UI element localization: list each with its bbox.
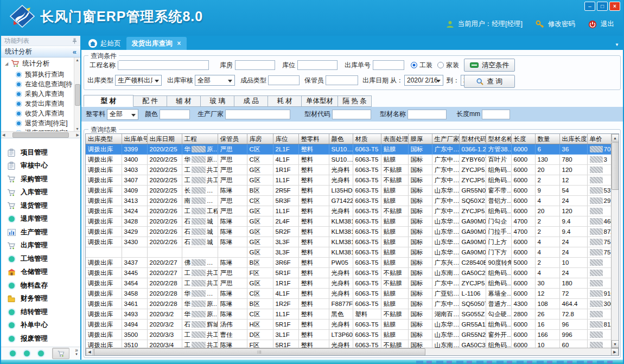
order-no-input[interactable] — [373, 60, 404, 70]
module-dot-icon[interactable] — [24, 350, 30, 356]
scrollbar-thumb[interactable] — [612, 142, 619, 190]
tree-root-node[interactable]: ◢ 统计分析 — [1, 58, 80, 69]
color-input[interactable] — [160, 110, 190, 119]
table-row[interactable]: 调拨出库34942020/3/2石辉城汤伟H区5R1F整料光身料6063-T5贴… — [86, 320, 619, 330]
material-tab-5[interactable]: 成 品 — [234, 95, 268, 107]
tree-expander-icon[interactable]: ◢ — [5, 61, 8, 66]
sidebar-item-13[interactable]: 结转管理 — [1, 305, 80, 319]
radio-gongzhuang[interactable]: 工装 — [411, 61, 432, 70]
scrollbar-thumb[interactable] — [94, 348, 425, 356]
module-dot-icon[interactable] — [38, 350, 44, 356]
module-dot-icon[interactable] — [10, 350, 16, 356]
profile-name-input[interactable] — [407, 110, 447, 119]
profile-code-input[interactable] — [332, 110, 371, 119]
column-header[interactable]: 长度 — [511, 134, 535, 144]
collapse-icon[interactable]: « — [73, 48, 77, 56]
tree-item[interactable]: 收货入库查询 — [1, 108, 80, 118]
column-header[interactable]: 整零料 — [298, 134, 329, 144]
table-row[interactable]: G区3L3F整料KLM38176063-T5贴膜国标山东华…GA90M09.门下… — [86, 247, 619, 258]
material-tab-1[interactable]: 型 材 — [84, 95, 133, 107]
maximize-button[interactable]: □ — [597, 2, 608, 11]
project-name-input[interactable] — [118, 60, 209, 70]
column-header[interactable]: 颜色 — [329, 134, 353, 144]
sidebar-item-11[interactable]: 物料盘存 — [1, 279, 80, 292]
sidebar-overflow-chevron[interactable]: »▼ — [75, 348, 78, 356]
table-row[interactable]: 调拨出库34032020/2/25工共工程严思G区1R1F整料光身料6063-T… — [86, 165, 619, 175]
sidebar-item-3[interactable]: 采购管理 — [1, 173, 80, 186]
out-type-select[interactable]: 生产领料出库 — [115, 75, 162, 86]
sidebar-item-4[interactable]: 入库管理 — [1, 186, 80, 200]
column-header[interactable]: 生产厂家 — [432, 134, 459, 144]
grid-vertical-scrollbar[interactable]: ▲ ▼ — [611, 134, 619, 348]
sidebar-item-15[interactable]: 报废管理 — [1, 332, 80, 346]
table-row[interactable]: 调拨出库34132020/2/26南…严思C区5R3F整料G714226063-… — [86, 196, 619, 206]
column-header[interactable]: 出库长度 — [559, 134, 587, 144]
scroll-right-icon[interactable]: ▶ — [611, 348, 619, 356]
radio-jiazhuang[interactable]: 家装 — [437, 61, 459, 70]
grid-horizontal-scrollbar[interactable]: ◀ ▶ — [86, 348, 619, 355]
column-header[interactable]: 型材代码 — [459, 134, 486, 144]
sidebar-item-1[interactable]: 项目管理 — [1, 146, 80, 159]
table-row[interactable]: 调拨出库34542020/2/28工共工程严思G区1R1F整料光身料6063-T… — [86, 278, 619, 289]
zhenglingliao-select[interactable]: 全部 — [107, 109, 138, 120]
clear-conditions-button[interactable]: 清空条件 — [464, 59, 515, 72]
sidebar-item-5[interactable]: 退货管理 — [1, 199, 80, 213]
column-header[interactable]: 库房 — [247, 134, 273, 144]
manufacturer-input[interactable] — [225, 110, 290, 119]
location-input[interactable] — [297, 60, 338, 70]
tree-item[interactable]: 采购入库查询 — [1, 89, 80, 99]
column-header[interactable]: 出库单号 — [122, 134, 147, 144]
close-button[interactable]: × — [609, 2, 620, 11]
audit-select[interactable]: 全部 — [195, 75, 235, 86]
material-tab-7[interactable]: 单体型材 — [302, 95, 338, 107]
table-row[interactable]: 调拨出库34932020/3/2华原…陈琳C区1L1F整料黑色塑料不贴膜国标湖南… — [86, 309, 619, 320]
product-type-input[interactable] — [268, 75, 300, 85]
table-row[interactable]: 调拨出库33992020/2/25华原…严思C区2L1F整料SU10…6063-… — [86, 144, 619, 155]
length-input[interactable] — [482, 110, 510, 119]
material-tab-3[interactable]: 辅 材 — [167, 95, 201, 107]
column-header[interactable]: 出库类型 — [86, 134, 122, 144]
table-row[interactable]: 调拨出库34002020/2/25华原…严思C区4L1F整料SU10…6063-… — [86, 155, 619, 165]
column-header[interactable]: 数量 — [535, 134, 559, 144]
tab-close-icon[interactable]: × — [177, 40, 181, 47]
table-row[interactable]: 调拨出库34372020/2/27佛…陈琳B区3R6F整料PW056063-T5… — [86, 258, 619, 268]
table-row[interactable]: 调拨出库34092020/2/25长…陈琳B区2R5F整料LI35HD6063-… — [86, 186, 619, 196]
sidebar-section-header[interactable]: 统计分析 « — [1, 46, 80, 58]
table-row[interactable]: 调拨出库34452020/2/27工共工程严思F区5R1F整料光身料6063-T… — [86, 268, 619, 278]
material-tab-8[interactable]: 隔 热 条 — [338, 95, 372, 107]
tree-item[interactable]: 退货查询[待定] — [1, 118, 80, 128]
column-header[interactable]: 单价 — [587, 134, 611, 144]
table-row[interactable]: 调拨出库34282020/2/26石城陈琳G区2L4F整料KLM38176063… — [86, 216, 619, 227]
column-header[interactable]: 保管员 — [218, 134, 247, 144]
sidebar-item-14[interactable]: 补单中心 — [1, 319, 80, 333]
sidebar-item-10[interactable]: 仓储管理 — [1, 266, 80, 279]
change-password-link[interactable]: 修改密码 — [548, 20, 575, 29]
column-header[interactable]: 表面处理 — [381, 134, 408, 144]
warehouse-input[interactable] — [235, 60, 275, 70]
sidebar-item-7[interactable]: 生产管理 — [1, 226, 80, 239]
search-button[interactable]: 查 询 — [464, 75, 515, 88]
table-row[interactable]: 调拨出库34072020/2/25工共工程严思G区1L1F整料光身料6063-T… — [86, 175, 619, 186]
tree-item[interactable]: 预算执行查询 — [1, 69, 80, 79]
column-header[interactable]: 库位 — [273, 134, 298, 144]
cart-module-button[interactable] — [52, 348, 69, 359]
date-from-picker[interactable]: 2020/ 2/16 — [404, 75, 443, 86]
tab-home[interactable]: 起始页 — [83, 37, 126, 50]
column-header[interactable]: 工程 — [182, 134, 218, 144]
tree-horizontal-scrollbar[interactable]: ◀▶ — [1, 131, 80, 138]
column-header[interactable]: 膜厚 — [408, 134, 432, 144]
table-row[interactable]: 调拨出库34302020/2/26石城陈琳G区3L3F整料KLM38176063… — [86, 237, 619, 247]
sidebar-item-6[interactable]: 退库管理 — [1, 213, 80, 226]
minimize-button[interactable]: – — [584, 2, 595, 11]
sidebar-item-2[interactable]: 审核中心 — [1, 159, 80, 173]
material-tab-6[interactable]: 耗 材 — [268, 95, 302, 107]
table-row[interactable]: 调拨出库34582020/2/28华…陈琳C区4L1F整料光身料6063-T5贴… — [86, 289, 619, 299]
scroll-left-icon[interactable]: ◀ — [86, 348, 93, 356]
column-header[interactable]: 型材名称 — [486, 134, 511, 144]
scroll-up-icon[interactable]: ▲ — [612, 134, 619, 142]
table-row[interactable]: 调拨出库34292020/2/26石城陈琳G区5R2F整料KLM38176063… — [86, 227, 619, 237]
sidebar-item-12[interactable]: 财务管理 — [1, 292, 80, 306]
column-header[interactable]: 材质 — [353, 134, 381, 144]
column-header[interactable]: 出库日期 — [147, 134, 182, 144]
scroll-down-icon[interactable]: ▼ — [612, 340, 619, 348]
